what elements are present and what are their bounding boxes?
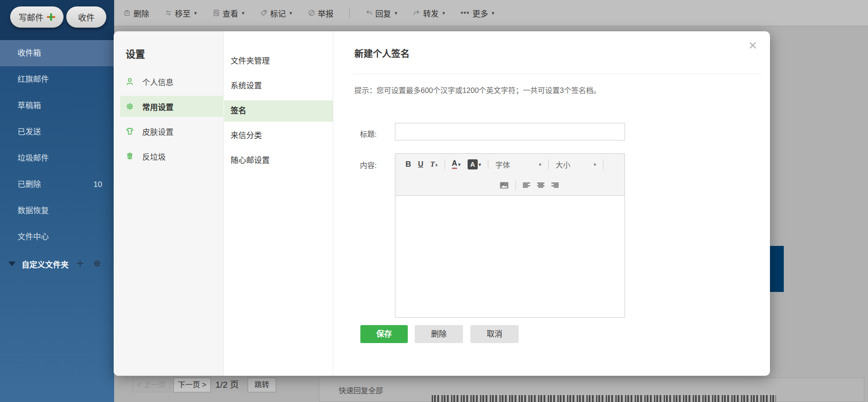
sidebar-item-flagged[interactable]: 红旗邮件 (0, 66, 114, 93)
sidebar-item-sent[interactable]: 已发送 (0, 119, 114, 145)
mail-toolbar: 删除 移至 ▾ 查看 ▾ 标记 ▾ 举报 (114, 0, 868, 26)
shirt-icon (126, 127, 134, 135)
align-left-button[interactable] (523, 182, 530, 188)
report-button[interactable]: 举报 (308, 7, 334, 19)
insert-image-button[interactable] (500, 182, 509, 189)
editor-separator (445, 159, 445, 169)
subnav-item-system-settings[interactable]: 系统设置 (224, 76, 333, 97)
view-magnifier-icon (213, 9, 220, 17)
sidebar-item-deleted[interactable]: 已删除 10 (0, 171, 114, 198)
subnav-item-suixin-mail[interactable]: 随心邮设置 (224, 150, 333, 171)
font-family-select[interactable]: 字体 ▾ (495, 159, 541, 170)
folder-label: 已发送 (17, 128, 41, 136)
forward-button[interactable]: 转发 ▾ (413, 7, 445, 19)
editor-separator (515, 180, 516, 190)
highlight-color-button[interactable]: A ▾ (468, 159, 481, 169)
compose-plus-icon (47, 13, 55, 21)
toolbar-separator (349, 8, 350, 18)
tag-icon (260, 9, 267, 17)
editor-toolbar: B U Tx A ▾ A ▾ (395, 154, 625, 196)
next-page-button[interactable]: 下一页 > (174, 378, 211, 392)
folder-label: 垃圾邮件 (17, 154, 49, 163)
forward-arrow-icon (413, 9, 420, 17)
jump-page-button[interactable]: 跳转 (248, 378, 276, 392)
user-icon (126, 77, 134, 86)
font-color-button[interactable]: A ▾ (452, 160, 461, 169)
gear-icon (126, 102, 134, 111)
align-center-button[interactable] (537, 182, 544, 188)
folder-label: 已删除 (17, 180, 41, 189)
subnav-item-mail-classification[interactable]: 来信分类 (224, 125, 333, 146)
signature-panel: 新建个人签名 × 提示：您可设置最多600个汉字或1200个英文字符；一共可设置… (333, 31, 770, 376)
folder-label: 收件箱 (17, 49, 41, 58)
subnav-item-signature[interactable]: 签名 (224, 100, 333, 122)
title-field-label: 标题: (360, 128, 376, 139)
sidebar-item-file-center[interactable]: 文件中心 (0, 224, 114, 250)
nav-item-anti-spam[interactable]: 反垃圾 (120, 146, 224, 167)
nav-item-skin-settings[interactable]: 皮肤设置 (120, 121, 224, 142)
nav-label: 反垃圾 (142, 151, 166, 162)
settings-modal: 设置 个人信息 常用设置 (114, 31, 770, 376)
chevron-down-icon: ▾ (492, 10, 494, 16)
content-field-label: 内容: (360, 159, 376, 170)
bold-button[interactable]: B (405, 160, 411, 169)
quick-reply-label: 快速回复全部 (339, 385, 383, 396)
folder-label: 红旗邮件 (17, 75, 49, 84)
delete-label: 删除 (133, 7, 149, 19)
close-icon[interactable]: × (748, 38, 757, 52)
align-center-icon (537, 182, 544, 188)
settings-nav-panel: 设置 个人信息 常用设置 (114, 31, 224, 376)
signature-title-input[interactable] (395, 123, 625, 140)
prev-page-button[interactable]: < 上一页 (133, 378, 170, 392)
sidebar-item-inbox[interactable]: 收件箱 (0, 40, 114, 66)
folder-settings-button[interactable] (93, 259, 101, 269)
align-right-button[interactable] (551, 182, 559, 188)
chevron-down-icon: ▾ (242, 10, 245, 16)
add-folder-button[interactable]: + (76, 256, 84, 271)
view-button[interactable]: 查看 ▾ (213, 7, 245, 19)
compose-label: 写邮件 (19, 11, 44, 23)
chevron-down-icon: ▾ (194, 10, 197, 16)
underline-button[interactable]: U (418, 160, 423, 169)
move-to-button[interactable]: 移至 ▾ (165, 7, 197, 19)
cancel-button[interactable]: 取消 (470, 325, 519, 343)
nav-label: 常用设置 (142, 101, 174, 112)
custom-folders-section[interactable]: 自定义文件夹 + (0, 256, 114, 272)
font-family-value: 字体 (495, 159, 510, 170)
clear-format-button[interactable]: Tx (430, 160, 438, 169)
font-size-select[interactable]: 大小 ▾ (556, 159, 596, 170)
header-divider (353, 74, 762, 74)
editor-separator (603, 159, 603, 169)
move-to-label: 移至 (175, 7, 191, 19)
receive-button[interactable]: 收件 (66, 6, 106, 28)
subnav-item-folder-management[interactable]: 文件夹管理 (224, 51, 333, 72)
mark-button[interactable]: 标记 ▾ (260, 7, 292, 19)
sidebar-item-spam[interactable]: 垃圾邮件 (0, 145, 114, 171)
save-button[interactable]: 保存 (360, 325, 408, 343)
compose-button[interactable]: 写邮件 (10, 6, 64, 28)
settings-subnav-panel: 文件夹管理 系统设置 签名 来信分类 随心邮设置 (224, 31, 333, 376)
chevron-down-icon: ▾ (442, 10, 445, 16)
delete-signature-button[interactable]: 删除 (415, 325, 463, 343)
sidebar-item-data-recovery[interactable]: 数据恢复 (0, 198, 114, 224)
nav-item-common-settings[interactable]: 常用设置 (120, 96, 224, 117)
sidebar-item-drafts[interactable]: 草稿箱 (0, 93, 114, 119)
mail-app-window: 删除 移至 ▾ 查看 ▾ 标记 ▾ 举报 (0, 0, 868, 402)
clear-format-x: x (435, 162, 438, 167)
collapse-triangle-icon (8, 262, 16, 266)
signature-content-area[interactable] (395, 196, 625, 317)
folder-label: 文件中心 (17, 233, 49, 241)
more-label: 更多 (472, 7, 488, 19)
font-size-value: 大小 (556, 159, 570, 170)
signature-tip-text: 提示：您可设置最多600个汉字或1200个英文字符；一共可设置3个签名档。 (354, 84, 601, 95)
receive-label: 收件 (78, 11, 95, 23)
chevron-down-icon: ▾ (458, 162, 461, 168)
nav-item-personal-info[interactable]: 个人信息 (120, 71, 224, 92)
report-label: 举报 (318, 7, 334, 19)
chevron-down-icon: ▾ (479, 162, 481, 168)
reply-button[interactable]: 回复 ▾ (365, 7, 398, 19)
delete-button[interactable]: 删除 (123, 7, 149, 19)
page-title: 新建个人签名 (354, 47, 410, 60)
more-button[interactable]: ••• 更多 ▾ (461, 7, 494, 19)
chevron-down-icon: ▾ (594, 162, 596, 168)
